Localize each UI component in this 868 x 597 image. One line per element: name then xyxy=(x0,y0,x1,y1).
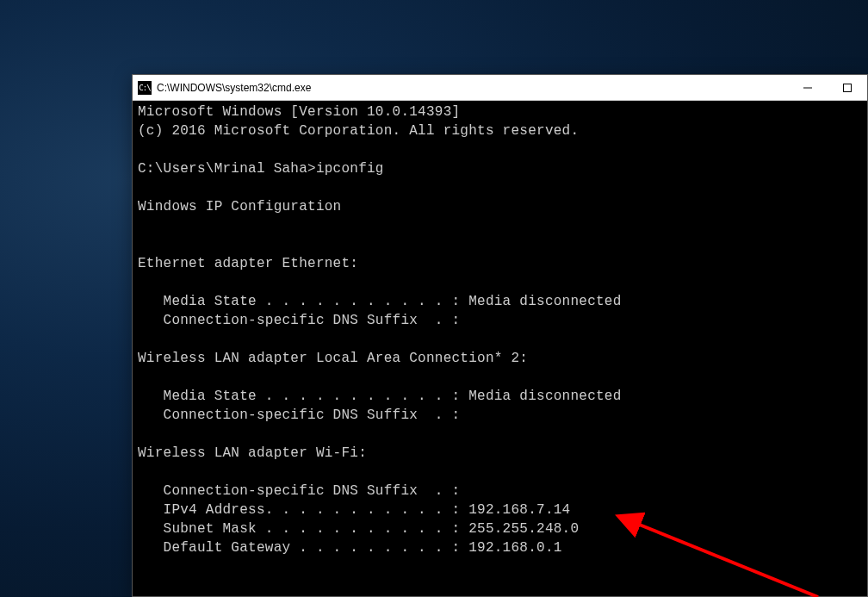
adapter-name: Ethernet adapter Ethernet: xyxy=(138,256,358,271)
titlebar[interactable]: C:\ C:\WINDOWS\system32\cmd.exe xyxy=(133,75,867,101)
header-line: Microsoft Windows [Version 10.0.14393] xyxy=(138,104,460,120)
adapter-name: Wireless LAN adapter Wi-Fi: xyxy=(138,445,367,461)
svg-rect-1 xyxy=(844,84,852,91)
adapter-name: Wireless LAN adapter Local Area Connecti… xyxy=(138,351,528,366)
cmd-window: C:\ C:\WINDOWS\system32\cmd.exe Microsof… xyxy=(132,74,868,597)
cmd-icon: C:\ xyxy=(138,81,152,95)
prompt-line: C:\Users\Mrinal Saha>ipconfig xyxy=(138,161,384,177)
adapter-line: Connection-specific DNS Suffix . : xyxy=(138,407,460,423)
adapter-line: Connection-specific DNS Suffix . : xyxy=(138,483,460,499)
adapter-line: IPv4 Address. . . . . . . . . . . : 192.… xyxy=(138,502,570,518)
window-title: C:\WINDOWS\system32\cmd.exe xyxy=(157,82,788,94)
minimize-button[interactable] xyxy=(788,75,828,100)
adapter-line: Default Gateway . . . . . . . . . : 192.… xyxy=(138,540,562,556)
ipconfig-title: Windows IP Configuration xyxy=(138,199,341,215)
window-controls xyxy=(788,75,867,100)
adapter-line: Subnet Mask . . . . . . . . . . . : 255.… xyxy=(138,521,579,537)
terminal-body[interactable]: Microsoft Windows [Version 10.0.14393] (… xyxy=(133,101,867,559)
adapter-line: Media State . . . . . . . . . . . : Medi… xyxy=(138,389,622,404)
adapter-line: Connection-specific DNS Suffix . : xyxy=(138,313,460,328)
adapter-line: Media State . . . . . . . . . . . : Medi… xyxy=(138,294,622,309)
header-line: (c) 2016 Microsoft Corporation. All righ… xyxy=(138,123,579,139)
maximize-button[interactable] xyxy=(828,75,867,100)
